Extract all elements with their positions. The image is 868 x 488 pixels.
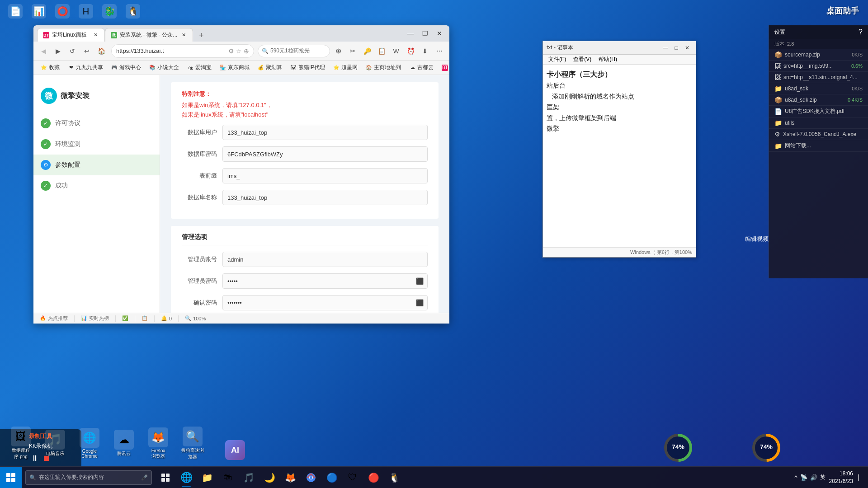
browser-tab-0[interactable]: BT 宝塔Linux面板 ✕ — [37, 28, 105, 42]
admin-user-input[interactable] — [222, 252, 428, 267]
confirm-pwd-input[interactable] — [222, 295, 428, 310]
bookmark-999[interactable]: ❤ 九九九共享 — [64, 62, 107, 73]
taskbar-app-explorer[interactable]: 📁 — [197, 468, 217, 488]
file-item-3[interactable]: 📁 u8ad_sdk 0K/S — [769, 83, 868, 94]
tray-network[interactable]: 📡 — [800, 474, 807, 481]
toolbar-btn-3[interactable]: 🔑 — [361, 45, 373, 57]
toolbar-btn-1[interactable]: ⊕ — [332, 45, 344, 57]
browser-restore-button[interactable]: ❐ — [419, 27, 431, 40]
bottom-icon-firefox[interactable]: 🦊 Firefox浏览器 — [142, 427, 175, 460]
browser-tab-1[interactable]: 微 安装系统 - 微擎 - 公众... ✕ — [105, 28, 193, 42]
tray-lang[interactable]: 英 — [820, 474, 826, 481]
status-trending[interactable]: 📊 实时热榜 — [78, 315, 112, 322]
bottom-icon-db[interactable]: 🖼 数据库程序.png — [5, 427, 37, 460]
top-icon-5[interactable]: 🐧 — [122, 0, 144, 22]
sidebar-item-config[interactable]: ⚙ 参数配置 — [33, 155, 160, 175]
confirm-pwd-toggle[interactable]: ⬛ — [415, 298, 424, 307]
file-item-1[interactable]: 🖼 src=http__img.599... 0.6% — [769, 61, 868, 72]
taskbar-mic-icon[interactable]: 🎤 — [141, 474, 148, 481]
bookmark-panda[interactable]: 🐼 熊猫IP代理 — [287, 62, 329, 73]
bookmark-taobao[interactable]: 🛍 爱淘宝 — [184, 62, 215, 73]
bookmark-guduyun[interactable]: ☁ 古都云 — [406, 62, 437, 73]
edit-video-label[interactable]: 编辑视频 — [745, 235, 769, 243]
file-item-0[interactable]: 📦 sourcemap.zip 0K/S — [769, 49, 868, 61]
admin-pwd-toggle[interactable]: ⬛ — [415, 277, 424, 286]
db-name-input[interactable] — [222, 190, 428, 205]
status-clip[interactable]: 📋 — [139, 315, 151, 321]
notepad-maximize[interactable]: □ — [671, 43, 681, 53]
admin-pwd-input[interactable] — [222, 273, 428, 289]
back-alt-button[interactable]: ↩ — [80, 45, 93, 57]
taskbar-start-button[interactable] — [0, 467, 22, 488]
taskbar-app-edge[interactable]: 🌐 — [176, 468, 196, 488]
tray-volume[interactable]: 🔊 — [810, 474, 817, 481]
notepad-menu-view[interactable]: 查看(V) — [570, 55, 595, 65]
bookmark-jd[interactable]: 🏪 京东商城 — [216, 62, 253, 73]
taskbar-app-spotify[interactable]: 🎵 — [239, 468, 259, 488]
toolbar-btn-6[interactable]: ⏰ — [404, 45, 417, 57]
file-item-4[interactable]: 📦 u8ad_sdk.zip 0.4K/S — [769, 94, 868, 106]
bookmark-favorites[interactable]: ⭐ 收藏 — [37, 62, 63, 73]
taskbar-app-store[interactable]: 🛍 — [218, 468, 238, 488]
notepad-close[interactable]: ✕ — [682, 43, 692, 53]
toolbar-more[interactable]: ⋯ — [433, 45, 446, 57]
file-item-2[interactable]: 🖼 src=http__s11.sin...orignal_4... — [769, 72, 868, 83]
top-icon-2[interactable]: ⭕ — [52, 0, 73, 22]
taskbar-app-view[interactable] — [156, 468, 175, 488]
notepad-minimize[interactable]: — — [660, 43, 670, 53]
bottom-icon-music[interactable]: 🎵 电脑音乐 — [39, 430, 71, 457]
taskbar-app-ie[interactable]: 🔵 — [322, 468, 342, 488]
back-button[interactable]: ◀ — [37, 45, 50, 57]
top-icon-1[interactable]: 📊 — [28, 0, 50, 22]
tray-time[interactable]: 18:06 2021/6/23 — [829, 470, 853, 485]
tray-show-desktop[interactable]: ▏ — [859, 474, 863, 481]
file-item-7[interactable]: ⚙ Xshell-7.0.0056_CandJ_A.exe — [769, 129, 868, 140]
tray-chevron[interactable]: ^ — [795, 474, 797, 481]
browser-minimize-button[interactable]: — — [404, 27, 417, 40]
bookmark-novels[interactable]: 📚 小说大全 — [146, 62, 183, 73]
toolbar-btn-4[interactable]: 📋 — [375, 45, 388, 57]
toolbar-btn-2[interactable]: ✂ — [346, 45, 359, 57]
bookmark-star[interactable]: ☆ — [236, 47, 242, 55]
bookmark-homepage[interactable]: 🏠 主页地址列 — [362, 62, 405, 73]
status-bell[interactable]: 🔔 0 — [158, 315, 175, 321]
bottom-icon-sogou[interactable]: 🔍 搜狗高速浏览器 — [176, 427, 209, 460]
taskbar-app-security[interactable]: 🛡 — [343, 468, 363, 488]
db-user-input[interactable] — [222, 125, 428, 140]
top-icon-4[interactable]: 🐉 — [99, 0, 120, 22]
bottom-icon-chrome[interactable]: 🌐 GoogleChrome — [73, 428, 106, 459]
toolbar-btn-5[interactable]: W — [390, 45, 402, 57]
bookmark-chaoxing[interactable]: ⭐ 超星网 — [330, 62, 361, 73]
status-zoom[interactable]: 🔍 100% — [182, 315, 208, 321]
tab-0-close[interactable]: ✕ — [92, 32, 99, 39]
bottom-icon-tencent[interactable]: ☁ 腾讯云 — [108, 430, 140, 457]
notepad-menu-help[interactable]: 帮助(H) — [595, 55, 621, 65]
file-item-6[interactable]: 📁 utils — [769, 117, 868, 129]
top-icon-0[interactable]: 📄 — [5, 0, 26, 22]
toolbar-btn-7[interactable]: ⬇ — [419, 45, 431, 57]
bookmark-bt[interactable]: BT 宝塔 — [438, 62, 449, 73]
notepad-menu-file[interactable]: 文件(F) — [545, 55, 570, 65]
table-prefix-input[interactable] — [222, 168, 428, 183]
file-item-8[interactable]: 📁 网站下载... — [769, 140, 868, 152]
sidebar-item-license[interactable]: ✓ 许可协议 — [33, 113, 160, 134]
taskbar-search-bar[interactable]: 🔍 在这里输入你要搜索的内容 🎤 — [25, 470, 152, 485]
bookmark-juhua[interactable]: 💰 聚划算 — [254, 62, 286, 73]
status-check[interactable]: ✅ — [119, 315, 131, 321]
new-tab-button[interactable]: + — [195, 29, 208, 42]
taskbar-app-qq[interactable]: 🐧 — [384, 468, 404, 488]
ai-icon-container[interactable]: Ai — [222, 436, 249, 464]
refresh-button[interactable]: ↺ — [66, 45, 79, 57]
share-icon[interactable]: ⊕ — [244, 47, 249, 55]
browser-close-button[interactable]: ✕ — [433, 27, 446, 40]
bookmark-games[interactable]: 🎮 游戏中心 — [108, 62, 145, 73]
sidebar-item-env[interactable]: ✓ 环境监测 — [33, 134, 160, 155]
search-bar[interactable]: 🔍 590元1粒药抢光 — [258, 45, 330, 57]
file-item-5[interactable]: 📄 U8广告SDK接入文档.pdf — [769, 106, 868, 117]
forward-button[interactable]: ▶ — [52, 45, 64, 57]
status-hotspot[interactable]: 🔥 热点推荐 — [37, 315, 71, 322]
db-pwd-input[interactable] — [222, 146, 428, 162]
taskbar-app-red[interactable]: 🔴 — [363, 468, 383, 488]
tab-1-close[interactable]: ✕ — [180, 32, 187, 39]
home-button[interactable]: 🏠 — [95, 45, 108, 57]
